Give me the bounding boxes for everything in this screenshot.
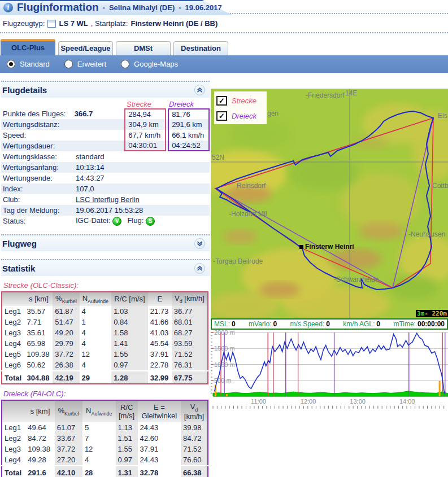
column-header: Vd[km/h] (181, 400, 208, 423)
view-mode-erweitert[interactable]: Erweitert (64, 60, 106, 68)
cell-value: 1 (80, 317, 112, 327)
layer-label: Dreieck (232, 112, 256, 120)
title-separator2: - (179, 3, 181, 12)
status-value: 0 (273, 320, 277, 328)
view-mode-standard[interactable]: Standard (7, 60, 50, 68)
checkbox-checked-icon[interactable]: ✓ (216, 111, 227, 121)
detail-dreieck-value: 66,1 km/h (168, 130, 210, 141)
svg-text:-Schwarzheide: -Schwarzheide (334, 275, 379, 283)
status-value: 0 (232, 320, 236, 328)
layer-toggle-dreieck[interactable]: ✓Dreieck (216, 108, 267, 124)
header-banner: i Fluginformation - Selina Mihalyi (DE) … (0, 0, 448, 15)
view-mode-label: Standard (20, 60, 50, 68)
tab-dmst[interactable]: DMSt (116, 41, 171, 55)
cell-value: 42.19 (53, 371, 79, 384)
collapse-statistik-button[interactable] (194, 263, 205, 274)
tab-olc-plus[interactable]: OLC-Plus (1, 39, 55, 55)
cell-value: 37.72 (55, 444, 82, 454)
status-field: mVario:0 (249, 320, 277, 328)
detail-label: Club: (1, 195, 76, 204)
cell-value: 71.52 (181, 444, 208, 454)
column-header: E (148, 292, 172, 306)
status-label: km/h AGL: (343, 320, 375, 328)
table-header-row: s [km]%KurbelNAufwindeR/C[m/s]E =Gleitwi… (2, 400, 208, 423)
map-layer-overlay: ✓Strecke✓Dreieck (214, 91, 267, 124)
content: Flugdetails Strecke Dreieck Punkte des F… (0, 81, 448, 477)
checkbox-checked-icon[interactable]: ✓ (216, 96, 227, 106)
cell-value: 45.54 (148, 338, 172, 349)
aircraft-row: Flugzeugtyp: LS 7 WL , Startplatz: Finst… (0, 15, 448, 33)
pilot-link[interactable]: Selina Mihalyi (DE) (109, 3, 175, 12)
cell-value: 32.78 (138, 466, 181, 477)
svg-text:13:00: 13:00 (350, 398, 366, 405)
cell-value: 0.97 (116, 454, 138, 466)
cell-value: 1.58 (111, 327, 148, 338)
cell-value: 49.64 (25, 422, 55, 433)
row-label: Leg1 (2, 422, 25, 433)
flugdetails-rows: Punkte des Fluges:366.7284,9481,76Wertun… (1, 108, 210, 226)
detail-label: Wertungsklasse: (1, 152, 76, 161)
detail-dreieck-value: 04:24:52 (168, 141, 210, 151)
barogram[interactable]: 500 m1000 m1500 m2000 m11:0012:0013:0014… (211, 330, 448, 414)
section-header-flugdetails: Flugdetails (1, 81, 210, 98)
detail-label: Status: (1, 217, 76, 225)
cell-value: 42.10 (55, 466, 82, 477)
detail-row: Wertungsende:14:43:27 (1, 173, 210, 183)
detail-strecke-value: 284,94 (124, 108, 166, 119)
table-row: Leg3109.3837.72121.5537.9171.52 (2, 444, 208, 454)
svg-text:11:00: 11:00 (251, 398, 266, 405)
table-caption: Strecke (OLC-Classic): (3, 281, 210, 290)
table-row: Leg650.6226.3840.9722.7876.31 (2, 360, 208, 371)
title-separator: - (103, 3, 105, 12)
cell-value: 24.43 (138, 454, 181, 466)
expand-flugweg-button[interactable] (194, 238, 205, 249)
radio-erweitert[interactable] (64, 60, 73, 68)
page: i Fluginformation - Selina Mihalyi (DE) … (0, 0, 448, 477)
cell-value: 1.03 (111, 306, 148, 317)
layer-toggle-strecke[interactable]: ✓Strecke (216, 93, 267, 108)
cell-value: 27.20 (55, 454, 82, 466)
tab-speed-league[interactable]: Speed/League (58, 41, 113, 55)
column-header: NAufwinde (80, 292, 112, 306)
cell-value: 1.55 (111, 349, 148, 360)
tab-destination[interactable]: Destination (173, 41, 228, 55)
aircraft-type-label: Flugzeugtyp: (3, 19, 45, 28)
radio-standard-selected[interactable] (7, 60, 15, 68)
row-label: Leg3 (2, 444, 25, 454)
cell-value: 4 (80, 360, 112, 371)
cell-value: 109.38 (25, 444, 55, 454)
header-dotted-line (226, 13, 448, 14)
cell-value: 304.88 (25, 371, 53, 384)
cell-value: 66.38 (181, 466, 208, 477)
detail-label: Index: (1, 185, 76, 193)
radio-google-maps[interactable] (121, 60, 129, 68)
status-label: MSL: (214, 320, 230, 328)
cell-value: 37.91 (138, 444, 181, 454)
column-header: Vd [km/h] (172, 292, 208, 306)
cell-value: 4 (80, 338, 112, 349)
tab-bar: OLC-PlusSpeed/LeagueDMStDestination (0, 40, 448, 55)
column-header: E =Gleitwinkel (138, 400, 181, 423)
flug-status-icon: S (146, 217, 155, 226)
view-mode-google-maps[interactable]: Google-Maps (121, 60, 178, 68)
cell-value: 26.38 (53, 360, 79, 371)
chevron-double-up-icon (197, 87, 203, 93)
statistik-title: Statistik (2, 264, 35, 273)
cell-value: 42.60 (138, 433, 181, 444)
row-label: Leg4 (2, 454, 25, 466)
detail-row: Speed:67,7 km/h66,1 km/h (1, 130, 210, 141)
cell-value: 1.31 (116, 466, 138, 477)
column-header: s [km] (25, 400, 55, 423)
statistik-tables: Strecke (OLC-Classic):s [km]%KurbelNAufw… (1, 281, 210, 477)
detail-label: Wertungsende: (1, 174, 76, 182)
collapse-flugdetails-button[interactable] (194, 85, 205, 95)
map-canvas[interactable]: 14E-Friedersdorf52NgenReinsdorf-Holzdorf… (211, 89, 448, 318)
svg-text:Finsterw Heinri: Finsterw Heinri (305, 243, 354, 251)
detail-strecke-value: 04:30:01 (124, 141, 166, 151)
cell-value: 0.84 (111, 317, 148, 327)
row-label: Leg2 (2, 317, 25, 327)
cell-value: 39.98 (181, 422, 208, 433)
datasheet-icon[interactable] (47, 20, 56, 28)
club-link[interactable]: LSC Interflug Berlin (76, 195, 206, 204)
column-header: %Kurbel (55, 400, 82, 423)
